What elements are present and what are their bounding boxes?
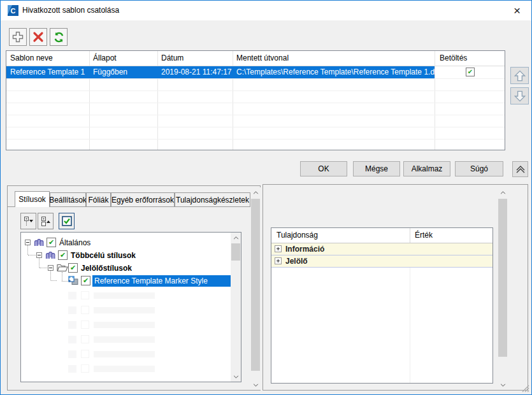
row-line [6,90,505,91]
ok-button-label: OK [318,164,329,173]
styles-group-icon [45,250,55,260]
tree-connector [51,280,57,281]
tree-item-label[interactable]: Többcélú stílusok [71,251,136,260]
scroll-up-icon[interactable] [250,187,261,198]
scroll-up-icon[interactable] [498,187,508,198]
collapse-all-icon [41,216,51,226]
refresh-button[interactable] [50,28,68,46]
help-button[interactable]: Súgó [455,161,503,176]
red-x-icon [32,31,44,43]
property-name: Jelölő [285,257,308,266]
tree-ghost-row [21,319,232,332]
attach-referenced-template-dialog: C Hivatkozott sablon csatolása × Sablon … [0,0,532,395]
tab-property-sets[interactable]: Tulajdonságkészletek [175,192,250,206]
column-header-date: Dátum [161,54,183,62]
right-panel-scrollbar[interactable] [498,187,508,390]
row-line [6,78,505,79]
property-name: Információ [285,245,324,254]
tab-label: Fóliák [88,196,108,205]
delete-template-button[interactable] [29,28,47,46]
tree-checkbox[interactable]: ✔ [81,276,90,285]
apply-button-label: Alkalmaz [412,164,443,173]
move-down-button[interactable] [510,87,529,104]
close-icon[interactable]: × [503,1,531,20]
tree-checkbox[interactable]: ✔ [58,250,68,260]
tree-connector [27,245,28,255]
tab-settings[interactable]: Beállítások [50,192,86,206]
row-line [6,127,505,127]
ok-button[interactable]: OK [300,161,347,176]
checkmark-icon: ✔ [60,252,66,259]
tree-ghost-row [21,290,232,303]
tree-connector [62,281,68,282]
double-chevron-up-icon [515,164,526,175]
tree-ghost-row [21,363,232,376]
scroll-down-icon[interactable] [231,371,241,382]
cancel-button[interactable]: Mégse [353,161,400,176]
collapse-minus-icon[interactable] [48,265,54,271]
add-template-button[interactable] [9,28,27,46]
column-header-property: Tulajdonság [277,231,318,240]
resize-grip[interactable] [521,384,529,392]
table-row-selected[interactable]: Reference Template 1 Függőben 2019-08-21… [6,66,435,78]
tab-layers[interactable]: Fóliák [86,192,111,206]
scroll-down-icon[interactable] [498,380,508,390]
styles-group-icon [34,238,44,247]
collapse-minus-icon[interactable] [36,252,42,258]
checkmark-icon: ✔ [48,239,54,246]
collapse-dialog-button[interactable] [512,161,528,177]
expand-all-icon [24,216,34,226]
collapse-all-button[interactable] [38,213,54,229]
scroll-down-icon[interactable] [250,380,261,390]
tree-ghost-row [21,348,232,361]
loaded-checkbox[interactable]: ✔ [466,68,475,76]
tab-styles[interactable]: Stílusok [15,191,50,207]
row-line [6,103,505,103]
tree-ghost-row [21,305,232,317]
column-header-name: Sablon neve [10,54,53,62]
column-header-loaded: Betöltés [440,54,467,62]
refresh-icon [53,31,65,43]
column-header-value: Érték [415,231,433,240]
plus-icon [11,31,24,43]
scroll-up-icon[interactable] [231,233,241,243]
tree-ghost-row [21,334,232,347]
tree-item-label[interactable]: Általános [59,238,90,247]
apply-button[interactable]: Alkalmaz [403,161,450,176]
move-up-button[interactable] [510,67,529,84]
tree-item-label-selected[interactable]: Reference Template Marker Style [92,275,232,287]
collapse-minus-icon[interactable] [25,240,31,245]
tree-connector [40,268,47,268]
cell-status: Függőben [93,68,127,76]
properties-panel: Tulajdonság Érték Információ Jelölő [262,184,528,391]
tree-item-label[interactable]: Jelölőstílusok [81,264,132,273]
row-line [6,139,505,140]
app-logo-icon: C [8,5,18,16]
tree-checkbox[interactable]: ✔ [68,263,78,273]
tab-label: Stílusok [18,195,46,204]
scrollbar-thumb[interactable] [231,243,240,261]
tree-connector [28,255,36,255]
tree-connector [39,258,40,268]
scrollbar-thumb[interactable] [498,199,507,357]
tab-other-resources[interactable]: Egyéb erőforrások [111,192,175,206]
column-divider [410,228,410,243]
property-row-information[interactable]: Információ [271,243,492,255]
property-row-marker[interactable]: Jelölő [271,255,492,268]
properties-table: Tulajdonság Érték Információ Jelölő [271,227,493,384]
row-line [6,115,505,115]
tree-checkbox[interactable]: ✔ [47,238,56,247]
expand-all-button[interactable] [20,213,36,229]
cancel-button-label: Mégse [365,164,388,173]
expand-plus-icon[interactable] [275,245,282,252]
scrollbar-thumb[interactable] [251,199,260,371]
title-bar: C Hivatkozott sablon csatolása × [1,1,531,20]
tree-scrollbar[interactable] [231,233,241,382]
marker-style-icon [68,276,78,285]
expand-plus-icon[interactable] [275,257,282,264]
left-panel-scrollbar[interactable] [250,187,261,390]
check-all-button[interactable] [59,213,75,229]
styles-panel: Stílusok Beállítások Fóliák Egyéb erőfor… [7,185,261,391]
column-divider [410,268,410,383]
tree-connector [50,271,51,280]
